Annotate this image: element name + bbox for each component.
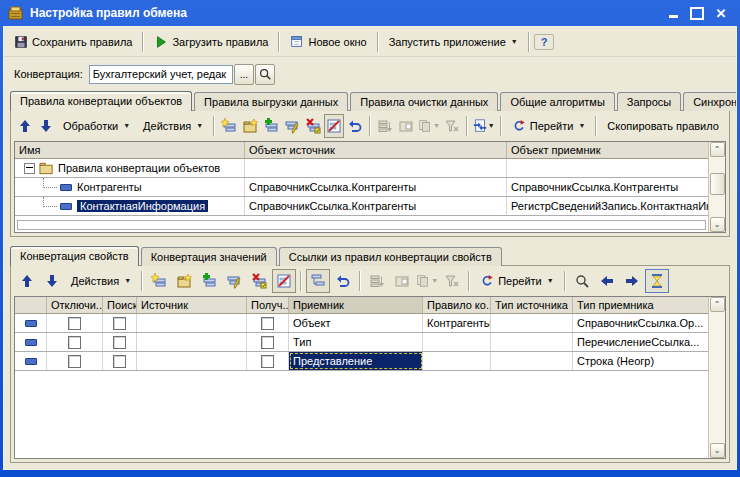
column-header-receive[interactable]: Получ... <box>247 297 289 314</box>
settings-folder-button[interactable] <box>390 269 414 293</box>
go-label: Перейти <box>498 275 542 287</box>
add-icon <box>151 273 167 289</box>
conversion-choose-button[interactable]: ... <box>234 64 254 85</box>
add-group-button[interactable] <box>240 114 260 138</box>
run-application-button[interactable]: Запустить приложение ▼ <box>383 33 524 51</box>
receive-checkbox[interactable] <box>261 317 274 330</box>
properties-table-scrollbar[interactable]: ⌃ ⌄ <box>708 297 725 458</box>
move-up-button[interactable] <box>15 114 35 138</box>
tab-common-algorithms[interactable]: Общие алгоритмы <box>500 92 614 111</box>
disabled-checkbox[interactable] <box>68 336 81 349</box>
delete-button[interactable] <box>247 269 271 293</box>
scroll-thumb[interactable] <box>710 173 725 195</box>
undo-button[interactable] <box>345 114 365 138</box>
copy-rule-button[interactable]: Скопировать правило <box>601 117 725 135</box>
column-header-receiver[interactable]: Приемник <box>289 297 423 314</box>
table-row[interactable]: Правила конвертации объектов <box>15 159 708 178</box>
column-header-source-object[interactable]: Объект источник <box>245 142 507 159</box>
conversion-open-button[interactable] <box>255 64 275 85</box>
processings-menu-button[interactable]: Обработки ▼ <box>57 117 136 135</box>
edit-button[interactable] <box>282 114 302 138</box>
hourglass-icon <box>649 273 665 289</box>
sort-button[interactable] <box>365 269 389 293</box>
move-down-button[interactable] <box>36 114 56 138</box>
tree-view-toggle-button[interactable] <box>306 269 330 293</box>
copy-settings-button[interactable]: ▼ <box>415 269 439 293</box>
copy-settings-button[interactable]: ▼ <box>417 114 441 138</box>
tab-object-conversion-rules[interactable]: Правила конвертации объектов <box>10 91 192 111</box>
column-header-receiver-type[interactable]: Тип приемника <box>573 297 708 314</box>
new-window-button[interactable]: Новое окно <box>284 32 372 52</box>
column-header-search[interactable]: Поиск <box>103 297 137 314</box>
maximize-button[interactable] <box>690 6 704 20</box>
column-header-conversion-rule[interactable]: Правило ко... <box>423 297 491 314</box>
go-menu-button[interactable]: Перейти ▼ <box>474 271 560 291</box>
tab-property-conversion[interactable]: Конвертация свойств <box>10 246 139 266</box>
insert-button[interactable] <box>261 114 281 138</box>
save-rules-button[interactable]: Сохранить правила <box>8 32 138 52</box>
table-row[interactable]: Контрагенты СправочникСсылка.Контрагенты… <box>15 178 708 197</box>
rules-table-scrollbar[interactable]: ⌃ ⌄ <box>708 142 725 232</box>
scroll-down-icon[interactable]: ⌄ <box>710 217 725 232</box>
column-header-name[interactable]: Имя <box>15 142 245 159</box>
settings-folder-button[interactable] <box>396 114 416 138</box>
load-rules-button[interactable]: Загрузить правила <box>148 32 274 52</box>
deletion-mark-filter-button[interactable] <box>324 114 344 138</box>
rule-group-name: Правила конвертации объектов <box>58 162 220 174</box>
edit-button[interactable] <box>222 269 246 293</box>
table-row-selected[interactable]: КонтактнаяИнформация СправочникСсылка.Ко… <box>15 197 708 216</box>
scroll-up-icon[interactable]: ⌃ <box>710 297 725 312</box>
search-checkbox[interactable] <box>113 317 126 330</box>
sort-button[interactable] <box>375 114 395 138</box>
undo-button[interactable] <box>331 269 355 293</box>
clear-filter-button[interactable] <box>442 114 462 138</box>
column-header-source[interactable]: Источник <box>137 297 247 314</box>
disabled-checkbox[interactable] <box>68 355 81 368</box>
collapse-expander-icon[interactable] <box>24 163 35 174</box>
add-button[interactable] <box>219 114 239 138</box>
deletion-mark-filter-button[interactable] <box>272 269 296 293</box>
tab-links-from-property-rules[interactable]: Ссылки из правил конвертации свойств <box>279 247 502 266</box>
search-button[interactable] <box>570 269 594 293</box>
table-row[interactable]: Тип ПеречислениеСсылка... <box>15 333 708 352</box>
tab-value-conversion[interactable]: Конвертация значений <box>141 247 277 266</box>
navigate-forward-button[interactable] <box>620 269 644 293</box>
column-header-disabled[interactable]: Отключи... <box>47 297 103 314</box>
scroll-up-icon[interactable]: ⌃ <box>710 142 725 157</box>
rule-cell <box>423 333 491 351</box>
receive-checkbox[interactable] <box>261 355 274 368</box>
minimize-button[interactable] <box>666 6 680 20</box>
tab-data-clearing-rules[interactable]: Правила очистки данных <box>350 92 498 111</box>
help-button[interactable]: ? <box>534 34 555 50</box>
actions-menu-button[interactable]: Действия ▼ <box>137 117 209 135</box>
move-up-button[interactable] <box>15 269 39 293</box>
go-menu-button[interactable]: Перейти ▼ <box>506 116 592 136</box>
close-button[interactable]: ✕ <box>714 6 728 20</box>
search-checkbox[interactable] <box>113 355 126 368</box>
add-group-button[interactable] <box>172 269 196 293</box>
column-header-source-type[interactable]: Тип источника <box>491 297 573 314</box>
move-down-button[interactable] <box>40 269 64 293</box>
delete-button[interactable] <box>303 114 323 138</box>
tree-cell: Контрагенты <box>15 178 245 196</box>
add-button[interactable] <box>147 269 171 293</box>
conversion-field[interactable]: Бухгалтерский учет, редак <box>89 65 233 84</box>
navigate-back-button[interactable] <box>595 269 619 293</box>
search-checkbox[interactable] <box>113 336 126 349</box>
table-row-selected[interactable]: Представление Строка (Неогр) <box>15 352 708 371</box>
receiver-cell-selected[interactable]: Представление <box>289 352 423 370</box>
actions-menu-button[interactable]: Действия ▼ <box>65 272 137 290</box>
clear-filter-button[interactable] <box>440 269 464 293</box>
insert-button[interactable] <box>197 269 221 293</box>
tab-queries[interactable]: Запросы <box>617 92 681 111</box>
exchange-rule-info-button[interactable]: ▼ <box>472 114 496 138</box>
tab-data-export-rules[interactable]: Правила выгрузки данных <box>194 92 348 111</box>
scroll-down-icon[interactable]: ⌄ <box>710 443 725 458</box>
column-header-marker[interactable] <box>15 297 47 314</box>
tab-synchronization[interactable]: Синхронизация <box>683 92 737 111</box>
disabled-checkbox[interactable] <box>68 317 81 330</box>
auto-refresh-toggle-button[interactable] <box>645 269 669 293</box>
table-row[interactable]: Объект Контрагенты СправочникСсылка.Ор..… <box>15 314 708 333</box>
receive-checkbox[interactable] <box>261 336 274 349</box>
column-header-receiver-object[interactable]: Объект приемник <box>507 142 708 159</box>
